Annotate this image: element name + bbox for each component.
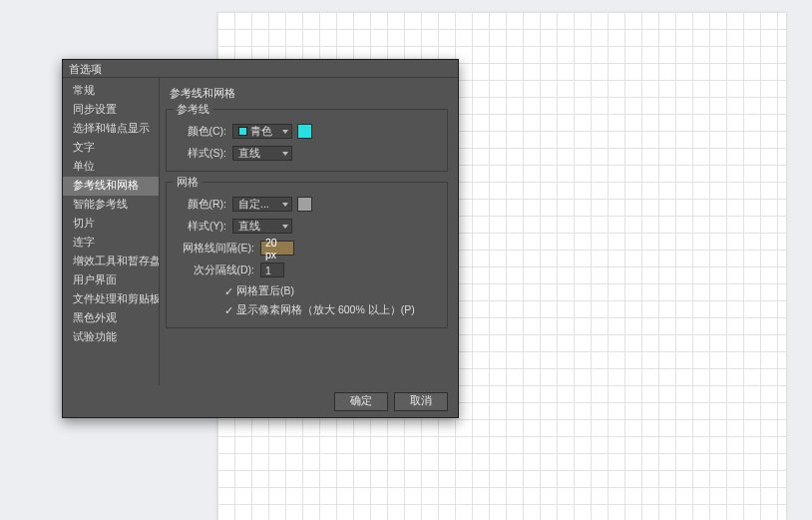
grid-color-swatch[interactable] <box>297 197 312 212</box>
subdivisions-label: 次分隔线(D): <box>175 263 260 277</box>
sidebar-item[interactable]: 文件处理和剪贴板 <box>63 290 159 309</box>
chevron-down-icon <box>282 203 288 207</box>
ok-button[interactable]: 确定 <box>334 392 388 411</box>
ok-button-label: 确定 <box>350 394 372 408</box>
checkmark-icon: ✓ <box>224 304 233 317</box>
sidebar-item[interactable]: 选择和锚点显示 <box>63 120 159 139</box>
checkmark-icon: ✓ <box>224 285 233 298</box>
grid-color-dropdown[interactable]: 自定... <box>232 197 292 212</box>
cyan-swatch-icon <box>238 127 247 136</box>
guides-color-swatch[interactable] <box>297 124 312 139</box>
sidebar-item[interactable]: 智能参考线 <box>63 196 159 215</box>
grid-legend: 网格 <box>173 176 203 190</box>
sidebar-item[interactable]: 文字 <box>63 139 159 158</box>
subdivisions-input[interactable]: 1 <box>260 262 284 277</box>
preferences-dialog: 首选项 常规同步设置选择和锚点显示文字单位参考线和网格智能参考线切片连字增效工具… <box>62 59 459 418</box>
guides-fieldset: 参考线 颜色(C): 青色 样式(S): 直线 <box>166 109 448 172</box>
grids-back-checkbox[interactable]: ✓ 网格置后(B) <box>175 284 439 298</box>
sidebar-item[interactable]: 切片 <box>63 215 159 234</box>
show-pixel-grid-checkbox[interactable]: ✓ 显示像素网格（放大 600% 以上）(P) <box>175 303 439 317</box>
gridline-spacing-label: 网格线间隔(E): <box>175 242 260 256</box>
sidebar-item[interactable]: 同步设置 <box>63 101 159 120</box>
grid-fieldset: 网格 颜色(R): 自定... 样式(Y): 直线 <box>166 182 448 328</box>
dialog-titlebar[interactable]: 首选项 <box>63 60 458 78</box>
guides-style-label: 样式(S): <box>175 147 232 161</box>
sidebar-item[interactable]: 单位 <box>63 158 159 177</box>
gridline-spacing-input[interactable]: 20 px <box>260 241 294 256</box>
chevron-down-icon <box>282 152 288 156</box>
sidebar-item[interactable]: 用户界面 <box>63 271 159 290</box>
guides-style-dropdown[interactable]: 直线 <box>232 146 292 161</box>
sidebar-item[interactable]: 增效工具和暂存盘 <box>63 253 159 271</box>
sidebar-item[interactable]: 黑色外观 <box>63 309 159 328</box>
dialog-footer: 确定 取消 <box>63 385 458 417</box>
guides-color-label: 颜色(C): <box>175 125 232 139</box>
grids-back-label: 网格置后(B) <box>236 284 294 298</box>
cancel-button[interactable]: 取消 <box>394 392 448 411</box>
chevron-down-icon <box>282 130 288 134</box>
guides-color-dropdown[interactable]: 青色 <box>232 124 292 139</box>
grid-style-label: 样式(Y): <box>175 220 232 234</box>
grid-style-value: 直线 <box>238 220 278 234</box>
guides-legend: 参考线 <box>173 103 213 117</box>
gridline-spacing-value: 20 px <box>265 237 289 260</box>
guides-style-value: 直线 <box>238 147 278 161</box>
subdivisions-value: 1 <box>265 264 271 276</box>
dialog-sidebar: 常规同步设置选择和锚点显示文字单位参考线和网格智能参考线切片连字增效工具和暂存盘… <box>63 78 160 385</box>
sidebar-item[interactable]: 常规 <box>63 82 159 101</box>
sidebar-item[interactable]: 参考线和网格 <box>63 177 159 196</box>
grid-style-dropdown[interactable]: 直线 <box>232 219 292 234</box>
grid-color-label: 颜色(R): <box>175 198 232 212</box>
show-pixel-grid-label: 显示像素网格（放大 600% 以上）(P) <box>236 303 415 317</box>
guides-color-value: 青色 <box>250 125 278 139</box>
grid-color-value: 自定... <box>238 198 278 212</box>
dialog-main: 参考线和网格 参考线 颜色(C): 青色 样式(S): 直线 <box>160 78 458 385</box>
sidebar-item[interactable]: 连字 <box>63 234 159 253</box>
chevron-down-icon <box>282 225 288 229</box>
cancel-button-label: 取消 <box>410 394 432 408</box>
dialog-title: 首选项 <box>69 62 102 77</box>
sidebar-item[interactable]: 试验功能 <box>63 328 159 347</box>
